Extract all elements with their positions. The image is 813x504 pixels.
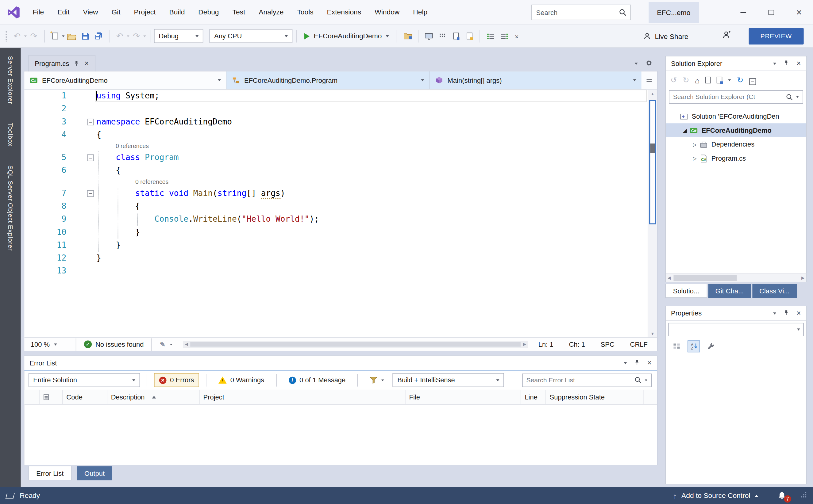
tree-item-dependencies[interactable]: ▷Dependencies xyxy=(666,137,806,151)
navigate-back-dropdown[interactable] xyxy=(24,35,27,37)
pending-changes-dropdown[interactable] xyxy=(728,79,731,81)
sync-with-active-document-icon[interactable] xyxy=(717,76,723,85)
switch-views-icon[interactable] xyxy=(705,76,711,85)
pin-icon[interactable] xyxy=(74,61,80,67)
code-cleanup-dropdown[interactable] xyxy=(170,343,173,345)
code-cleanup-icon[interactable]: ✎ xyxy=(160,340,165,348)
codelens-references[interactable]: 0 references xyxy=(135,177,168,187)
notifications-button[interactable]: 7 xyxy=(777,491,788,500)
zoom-dropdown[interactable]: 100 % xyxy=(29,340,68,348)
expander-collapsed-icon[interactable]: ▷ xyxy=(691,142,699,147)
tree-item-efcoreauditingdemo[interactable]: ◢C#EFCoreAuditingDemo xyxy=(666,123,806,137)
titlebar-search-box[interactable]: Search xyxy=(531,5,631,20)
navbar-project-dropdown[interactable]: C# EFCoreAuditingDemo xyxy=(24,71,226,89)
solution-explorer-header[interactable]: Solution Explorer ✕ xyxy=(666,56,806,71)
code-line[interactable]: 6 { xyxy=(24,164,648,177)
panel-tab-output[interactable]: Output xyxy=(77,466,112,480)
pin-icon[interactable] xyxy=(783,310,789,317)
menu-edit[interactable]: Edit xyxy=(51,5,76,19)
redo-dropdown[interactable] xyxy=(143,35,146,37)
hscroll-right-arrow[interactable]: ▶ xyxy=(521,341,528,348)
code-line[interactable]: 12} xyxy=(24,252,648,265)
window-position-dropdown-icon[interactable] xyxy=(773,63,776,65)
properties-header[interactable]: Properties ✕ xyxy=(666,306,806,321)
search-options-dropdown[interactable] xyxy=(645,379,648,381)
hscroll-thumb[interactable] xyxy=(190,342,521,346)
resize-grip[interactable] xyxy=(801,492,807,499)
comment-lines-icon[interactable] xyxy=(485,28,497,44)
save-all-icon[interactable] xyxy=(92,28,105,44)
solution-configuration-dropdown[interactable]: Debug xyxy=(154,29,203,43)
error-list-search-box[interactable]: Search Error List xyxy=(522,373,652,387)
expander-collapsed-icon[interactable]: ▷ xyxy=(691,156,699,161)
menu-project[interactable]: Project xyxy=(127,5,163,19)
start-debugging-dropdown[interactable] xyxy=(386,35,389,37)
error-scope-dropdown[interactable]: Entire Solution xyxy=(29,373,140,387)
menu-help[interactable]: Help xyxy=(406,5,434,19)
start-debugging-button[interactable]: EFCoreAuditingDemo xyxy=(300,28,393,44)
find-in-files-doc-icon[interactable] xyxy=(450,28,462,44)
messages-filter-button[interactable]: i 0 of 1 Message xyxy=(283,373,351,387)
solution-explorer-search-box[interactable]: Search Solution Explorer (Ct xyxy=(669,90,803,104)
new-file-icon[interactable] xyxy=(49,28,61,44)
close-tab-icon[interactable]: ✕ xyxy=(84,60,89,67)
code-line[interactable]: 1using System; xyxy=(24,90,648,102)
column-header-file[interactable]: File xyxy=(405,390,521,404)
menu-extensions[interactable]: Extensions xyxy=(320,5,368,19)
environment-monitor-icon[interactable] xyxy=(423,28,435,44)
code-line[interactable]: 13 xyxy=(24,265,648,278)
editor-horizontal-scrollbar[interactable]: ◀ ▶ xyxy=(183,341,528,348)
expander-expanded-icon[interactable]: ◢ xyxy=(681,128,689,133)
scrollbar-up-arrow[interactable]: ▲ xyxy=(648,90,657,98)
menu-test[interactable]: Test xyxy=(226,5,252,19)
properties-object-dropdown[interactable] xyxy=(669,323,804,336)
editor-options-gear-icon[interactable] xyxy=(646,59,652,68)
fold-collapse-box-icon[interactable]: − xyxy=(87,119,94,125)
save-icon[interactable] xyxy=(79,28,91,44)
error-source-dropdown[interactable]: Build + IntelliSense xyxy=(393,373,504,387)
document-list-dropdown-icon[interactable] xyxy=(635,63,638,65)
fold-collapse-box-icon[interactable]: − xyxy=(87,155,94,161)
pin-icon[interactable] xyxy=(783,60,789,67)
hscroll-thumb[interactable] xyxy=(673,275,737,281)
code-line[interactable]: 11 } xyxy=(24,239,648,252)
editor-vertical-scrollbar[interactable]: ▲ ▼ xyxy=(648,90,657,338)
toolbar-overflow-icon[interactable]: » xyxy=(510,30,526,42)
uncomment-lines-icon[interactable] xyxy=(498,28,511,44)
tree-item-program-cs[interactable]: ▷C#Program.cs xyxy=(666,151,806,166)
panel-tab-error-list[interactable]: Error List xyxy=(29,466,71,480)
maximize-button[interactable] xyxy=(757,0,785,25)
live-share-button[interactable]: Live Share xyxy=(643,29,688,44)
undo-dropdown[interactable] xyxy=(127,35,129,37)
dock-tab-sql-server-object-explorer[interactable]: SQL Server Object Explorer xyxy=(7,165,14,251)
hscroll-left-arrow[interactable]: ◀ xyxy=(666,273,673,282)
toolbar-grip[interactable] xyxy=(5,30,7,42)
close-button[interactable]: ✕ xyxy=(785,0,813,25)
search-options-dropdown[interactable] xyxy=(796,96,799,98)
code-line[interactable]: 2 xyxy=(24,103,648,116)
menu-build[interactable]: Build xyxy=(163,5,192,19)
send-feedback-icon[interactable] xyxy=(722,31,731,41)
hscroll-right-arrow[interactable]: ▶ xyxy=(800,273,806,282)
tree-item-solution-efcoreauditingden[interactable]: Solution 'EFCoreAuditingDen xyxy=(666,109,806,124)
window-position-dropdown-icon[interactable] xyxy=(624,362,627,364)
column-header-line[interactable]: Line xyxy=(521,390,546,404)
preview-button[interactable]: PREVIEW xyxy=(749,28,804,44)
warnings-filter-button[interactable]: 0 Warnings xyxy=(213,373,269,387)
menu-view[interactable]: View xyxy=(76,5,105,19)
solution-platform-dropdown[interactable]: Any CPU xyxy=(209,29,292,43)
undo-icon[interactable]: ↶ xyxy=(113,28,126,44)
navigate-forward-icon[interactable]: ↷ xyxy=(28,28,40,44)
code-line[interactable]: 3−namespace EFCoreAuditingDemo xyxy=(24,116,648,128)
pin-icon[interactable] xyxy=(634,360,640,366)
menu-debug[interactable]: Debug xyxy=(191,5,225,19)
errors-filter-button[interactable]: ✕ 0 Errors xyxy=(154,373,199,387)
forward-icon[interactable]: ↻ xyxy=(683,76,689,85)
error-list-header[interactable]: Error List ✕ xyxy=(24,356,657,370)
scrollbar-thumb[interactable] xyxy=(649,100,656,224)
redo-icon[interactable]: ↷ xyxy=(130,28,143,44)
dock-tab-toolbox[interactable]: Toolbox xyxy=(7,123,14,147)
tool-tab-solutio[interactable]: Solutio... xyxy=(665,284,707,298)
menu-file[interactable]: File xyxy=(26,5,51,19)
dots-grid-icon[interactable] xyxy=(436,28,449,44)
